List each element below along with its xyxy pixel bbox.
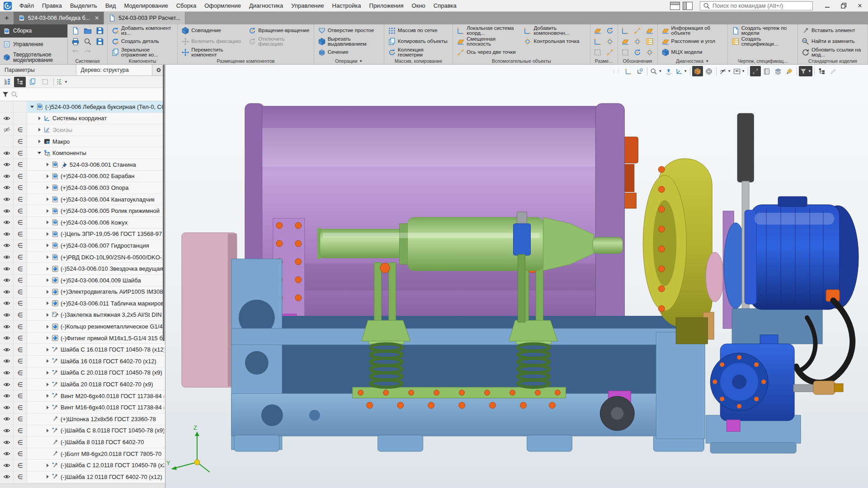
tree-expand-arrow[interactable] bbox=[45, 336, 50, 340]
ribbon-button-add-layout-geometry[interactable]: Добавить компоновочн... bbox=[522, 25, 588, 36]
tree-eye-cell[interactable] bbox=[0, 310, 14, 321]
ribbon-group-label[interactable]: Обозначения bbox=[618, 58, 657, 64]
tree-row-2[interactable]: ∈ Эскизы bbox=[0, 124, 165, 136]
ribbon-button-mark-leader[interactable] bbox=[632, 25, 643, 36]
tree-expand-arrow[interactable] bbox=[45, 429, 50, 432]
ribbon-button-print[interactable] bbox=[70, 36, 81, 47]
ribbon-button-hole-simple[interactable]: Отверстие простое bbox=[316, 25, 382, 36]
tree-ref-cell[interactable]: ∈ bbox=[14, 425, 27, 436]
ribbon-button-add-component[interactable]: Добавить компонент из... bbox=[109, 25, 175, 36]
tree-ref-cell[interactable] bbox=[14, 101, 27, 113]
tree-row-12[interactable]: ∈ (+)524-03-006.007 Гидростанция bbox=[0, 240, 165, 252]
tree-eye-cell[interactable] bbox=[0, 333, 14, 344]
tree-row-22[interactable]: ∈ Шайба 16 0118 ГОСТ 6402-70 (x12) bbox=[0, 356, 165, 367]
view-toolbar-lcs[interactable] bbox=[623, 66, 634, 76]
tree-row-24[interactable]: ∈ Шайба 20 0118 ГОСТ 6402-70 (x9) bbox=[0, 379, 165, 390]
view-toolbar-edit-pencil[interactable] bbox=[828, 66, 839, 76]
tree-ref-cell[interactable]: ∈ bbox=[14, 147, 27, 159]
tree-expand-arrow[interactable] bbox=[45, 325, 50, 328]
ribbon-button-object-info[interactable]: Информация об объекте bbox=[660, 25, 726, 36]
view-toolbar-clip-view[interactable]: ▼ bbox=[732, 66, 746, 76]
menu-item-5[interactable]: Сборка bbox=[172, 0, 201, 11]
tree-expand-arrow[interactable] bbox=[37, 140, 42, 143]
ribbon-button-undo[interactable] bbox=[70, 47, 81, 58]
ribbon-tab-1[interactable]: Управление bbox=[0, 38, 67, 51]
ribbon-button-dim-diameter[interactable] bbox=[604, 36, 616, 47]
menu-item-12[interactable]: Справка bbox=[429, 0, 461, 11]
menu-item-1[interactable]: Правка bbox=[38, 0, 66, 11]
tree-eye-cell[interactable] bbox=[0, 471, 14, 483]
tree-ref-cell[interactable]: ∈ bbox=[14, 136, 27, 147]
view-toolbar-hide-objects[interactable]: ▼ bbox=[718, 66, 732, 76]
menu-item-9[interactable]: Настройка bbox=[328, 0, 365, 11]
tree-expand-arrow[interactable] bbox=[45, 163, 50, 166]
view-toolbar-aux-objects[interactable] bbox=[750, 66, 761, 76]
ribbon-group-label[interactable]: Чертеж, спецификац... bbox=[728, 57, 797, 64]
tree-ref-cell[interactable]: ∈ bbox=[14, 171, 27, 182]
tree-row-1[interactable]: Системы координат bbox=[0, 113, 165, 125]
ribbon-button-create-part[interactable]: Создать деталь bbox=[109, 36, 175, 47]
tree-row-32[interactable]: ∈ (-)Шайба 12 0118 ГОСТ 6402-70 (x12) bbox=[0, 471, 165, 483]
tree-eye-cell[interactable] bbox=[0, 298, 14, 309]
tree-ref-cell[interactable]: ∈ bbox=[14, 229, 27, 240]
ribbon-button-geometry-collection[interactable]: Коллекция геометрии bbox=[386, 47, 451, 58]
tree-search-input[interactable] bbox=[20, 91, 163, 98]
tree-row-3[interactable]: ∈ Макро bbox=[0, 136, 165, 148]
tree-eye-cell[interactable] bbox=[0, 205, 14, 216]
ribbon-button-mark-cage[interactable] bbox=[620, 47, 631, 58]
tree-row-18[interactable]: ∈ (-)Заклепка вытяжная 3,2x5 Al/St DIN 7… bbox=[0, 310, 165, 321]
tree-ref-cell[interactable]: ∈ bbox=[14, 460, 27, 471]
tree-row-5[interactable]: ∈ 524-03-006.001 Станина bbox=[0, 159, 165, 171]
tree-eye-cell[interactable] bbox=[0, 390, 14, 402]
tree-eye-cell[interactable] bbox=[0, 229, 14, 240]
close-button[interactable]: × bbox=[852, 0, 868, 11]
model-pink-plate[interactable] bbox=[182, 233, 237, 387]
tree-row-6[interactable]: ∈ (+)524-03-006.002 Барабан bbox=[0, 171, 165, 183]
tree-eye-cell[interactable] bbox=[0, 217, 14, 228]
tree-ref-cell[interactable]: ∈ bbox=[14, 402, 27, 413]
ribbon-button-dim-radial[interactable] bbox=[604, 25, 616, 36]
view-toolbar-display-wireframe[interactable] bbox=[703, 66, 714, 76]
tree-expand-arrow[interactable] bbox=[45, 232, 50, 236]
ribbon-button-dim-angular[interactable] bbox=[592, 36, 604, 47]
tree-row-17[interactable]: ∈ (+)524-03-006.011 Табличка маркировочн… bbox=[0, 298, 165, 310]
tree-row-15[interactable]: ∈ (+)524-03-006.004.009 Шайба bbox=[0, 275, 165, 286]
tree-ref-cell[interactable]: ∈ bbox=[14, 240, 27, 251]
tree-ref-cell[interactable] bbox=[14, 113, 27, 124]
tree-row-27[interactable]: ∈ (+)Шпонка 12x8x56 ГОСТ 23360-78 bbox=[0, 413, 165, 425]
panel-tab-0[interactable]: Параметры bbox=[0, 65, 76, 75]
ribbon-button-create-spec[interactable]: Создать спецификаци... bbox=[730, 36, 796, 47]
view-toolbar-appearance[interactable] bbox=[784, 66, 795, 76]
model-gearbox[interactable] bbox=[710, 335, 843, 432]
tree-expand-arrow[interactable] bbox=[37, 152, 42, 154]
document-tab-0[interactable]: 524-03-006 Лебедка б... ✕ bbox=[14, 12, 104, 24]
ribbon-tab-0[interactable]: Сборка bbox=[0, 24, 67, 38]
new-tab-button[interactable]: + bbox=[0, 12, 14, 24]
panel-toolbar-tree-structure[interactable] bbox=[14, 77, 26, 87]
tree-ref-cell[interactable]: ∈ bbox=[14, 390, 27, 402]
tree-expand-arrow[interactable] bbox=[45, 348, 50, 352]
ribbon-group-label[interactable]: Стандартные изделия bbox=[798, 58, 868, 64]
tree-expand-arrow[interactable] bbox=[45, 221, 50, 224]
tree-expand-arrow[interactable] bbox=[45, 255, 50, 259]
tree-ref-cell[interactable]: ∈ bbox=[14, 333, 27, 344]
ribbon-group-label[interactable]: Операции▼ bbox=[314, 58, 384, 64]
ribbon-button-open-doc[interactable] bbox=[82, 25, 93, 36]
ribbon-button-distance-angle[interactable]: Расстояние и угол bbox=[660, 36, 726, 47]
view-toolbar-layers[interactable] bbox=[773, 66, 783, 76]
menu-item-10[interactable]: Приложения bbox=[365, 0, 408, 11]
tree-eye-cell[interactable] bbox=[0, 252, 14, 263]
tree-eye-cell[interactable] bbox=[0, 182, 14, 193]
tree-row-21[interactable]: ∈ Шайба C 16.0118 ГОСТ 10450-78 (x12) bbox=[0, 344, 165, 356]
tree-row-7[interactable]: ∈ (+)524-03-006.003 Опора bbox=[0, 182, 165, 194]
restore-button[interactable] bbox=[835, 0, 852, 11]
tree-eye-cell[interactable] bbox=[0, 136, 14, 147]
panel-tab-1[interactable]: Дерево: структура bbox=[76, 65, 153, 75]
tree-row-4[interactable]: ∈ Компоненты bbox=[0, 147, 165, 159]
tree-ref-cell[interactable]: ∈ bbox=[14, 413, 27, 425]
window-layout-horizontal-icon[interactable] bbox=[670, 2, 680, 10]
view-toolbar-notebook[interactable] bbox=[761, 66, 772, 76]
tree-expand-arrow[interactable] bbox=[45, 209, 50, 213]
ribbon-button-update-links[interactable]: Обновить ссылки на мод... bbox=[800, 47, 866, 58]
command-search-input[interactable] bbox=[712, 2, 810, 9]
